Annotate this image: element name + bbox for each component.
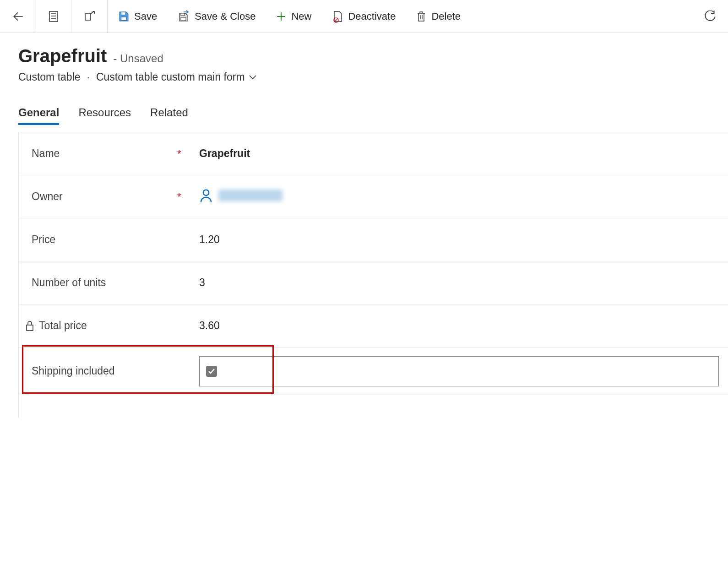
label-units: Number of units: [32, 277, 106, 289]
trash-icon: [416, 11, 427, 22]
save-close-icon: [177, 10, 190, 23]
form-tabs: General Resources Related: [18, 106, 728, 124]
shipping-input-wrap[interactable]: [199, 356, 719, 386]
save-close-label: Save & Close: [195, 11, 255, 22]
save-label: Save: [134, 11, 157, 22]
label-shipping: Shipping included: [32, 365, 115, 377]
value-name: Grapefruit: [199, 147, 728, 160]
delete-button[interactable]: Delete: [406, 0, 471, 33]
record-title: Grapefruit: [18, 46, 107, 66]
shipping-checkbox[interactable]: [206, 366, 217, 377]
deactivate-icon: [331, 10, 343, 23]
form-name: Custom table custom main form: [96, 71, 245, 83]
label-owner: Owner: [32, 190, 63, 203]
svg-rect-7: [181, 17, 186, 21]
field-owner[interactable]: Owner *: [19, 175, 728, 218]
deactivate-label: Deactivate: [348, 11, 396, 22]
field-units[interactable]: Number of units 3: [19, 261, 728, 304]
tab-general[interactable]: General: [18, 106, 59, 124]
entity-name: Custom table: [18, 71, 81, 83]
delete-label: Delete: [431, 11, 461, 22]
svg-rect-0: [49, 11, 58, 22]
svg-rect-13: [27, 325, 33, 331]
command-bar: Save Save & Close New Deactivate Delete: [0, 0, 728, 33]
label-name: Name: [32, 147, 60, 160]
save-icon: [118, 11, 130, 22]
field-name[interactable]: Name * Grapefruit: [19, 132, 728, 175]
back-arrow-icon: [12, 11, 24, 22]
value-total: 3.60: [199, 320, 728, 332]
deactivate-button[interactable]: Deactivate: [321, 0, 406, 33]
plus-icon: [276, 11, 287, 22]
owner-name-redacted: [218, 190, 283, 201]
form-picker[interactable]: Custom table custom main form: [96, 71, 257, 83]
value-price: 1.20: [199, 233, 728, 246]
form-selector-button[interactable]: [36, 0, 71, 33]
save-close-button[interactable]: Save & Close: [167, 0, 266, 33]
field-total-price: Total price 3.60: [19, 304, 728, 347]
svg-rect-4: [121, 12, 126, 15]
back-button[interactable]: [0, 0, 36, 33]
field-shipping-included[interactable]: Shipping included: [19, 347, 728, 395]
person-icon: [199, 188, 213, 203]
svg-rect-5: [121, 17, 127, 21]
lock-icon: [25, 320, 34, 331]
refresh-button[interactable]: [692, 0, 728, 33]
new-label: New: [291, 11, 311, 22]
save-button[interactable]: Save: [108, 0, 167, 33]
refresh-icon: [704, 11, 716, 22]
chevron-down-icon: [249, 75, 257, 80]
record-status: - Unsaved: [113, 52, 163, 65]
owner-lookup[interactable]: [199, 188, 283, 203]
new-button[interactable]: New: [266, 0, 321, 33]
form-list-icon: [48, 11, 59, 22]
required-indicator: *: [177, 191, 196, 203]
popout-button[interactable]: [71, 0, 107, 33]
tab-related[interactable]: Related: [150, 106, 188, 124]
check-icon: [208, 368, 215, 374]
field-price[interactable]: Price 1.20: [19, 218, 728, 261]
svg-point-12: [203, 190, 209, 195]
tab-resources[interactable]: Resources: [78, 106, 131, 124]
popout-icon: [83, 11, 95, 22]
value-units: 3: [199, 277, 728, 289]
label-total: Total price: [39, 320, 87, 332]
record-header: Grapefruit - Unsaved Custom table · Cust…: [0, 33, 728, 83]
label-price: Price: [32, 233, 55, 246]
svg-rect-6: [181, 13, 185, 16]
required-indicator: *: [177, 148, 196, 160]
breadcrumb-separator: ·: [87, 71, 90, 83]
general-section: Name * Grapefruit Owner * Price 1.20 Num…: [18, 132, 728, 418]
